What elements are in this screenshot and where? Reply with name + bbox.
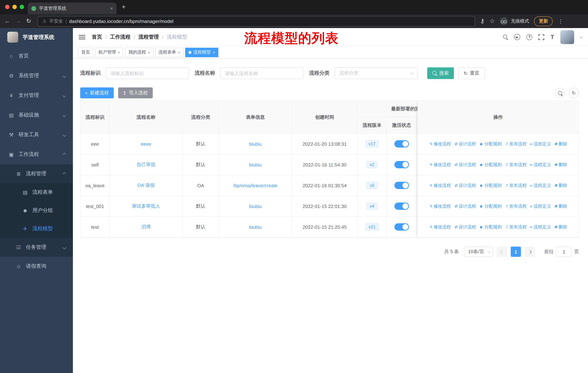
close-window-button[interactable] bbox=[5, 5, 10, 9]
goto-page-input[interactable] bbox=[557, 247, 571, 257]
breadcrumb-item[interactable]: 工作流程 bbox=[110, 34, 130, 40]
page-size-select[interactable]: 10条/页 bbox=[464, 247, 493, 257]
action-delete[interactable]: ✖删除 bbox=[554, 161, 567, 168]
breadcrumb-item[interactable]: 流程管理 bbox=[138, 34, 159, 40]
prev-page-button[interactable] bbox=[497, 247, 507, 257]
github-icon[interactable] bbox=[514, 34, 520, 40]
fontsize-icon[interactable]: T bbox=[550, 34, 554, 40]
action-delete[interactable]: ✖删除 bbox=[554, 224, 567, 230]
form-info-link[interactable]: biubiu bbox=[249, 203, 262, 209]
sidebar-item-process-management[interactable]: ≣ 流程管理 bbox=[0, 164, 73, 183]
toggle-search-button[interactable] bbox=[555, 88, 565, 98]
action-design[interactable]: ⚙设计流程 bbox=[454, 141, 476, 147]
sidebar-item-devtools[interactable]: ⚒ 研发工具 bbox=[0, 125, 73, 145]
process-name-link[interactable]: OA 请假 bbox=[137, 182, 155, 189]
url-bar[interactable]: ⚠ 不安全 dashboard.yudao.iocoder.cn/bpm/man… bbox=[38, 16, 475, 26]
action-modify[interactable]: ✎修改流程 bbox=[429, 161, 451, 168]
action-modify[interactable]: ✎修改流程 bbox=[429, 182, 451, 189]
action-publish[interactable]: ⇧发布流程 bbox=[505, 203, 526, 209]
process-name-link[interactable]: 滔博 bbox=[141, 224, 151, 230]
version-badge[interactable]: v17 bbox=[365, 140, 379, 148]
action-delete[interactable]: ✖删除 bbox=[554, 182, 567, 189]
action-definition[interactable]: ∞流程定义 bbox=[530, 161, 551, 168]
tag-my-process[interactable]: 我的流程 × bbox=[125, 48, 153, 57]
sidebar-item-process-form[interactable]: ▤ 流程表单 bbox=[0, 183, 73, 202]
tag-tenant-management[interactable]: 租户管理 × bbox=[95, 48, 123, 57]
action-publish[interactable]: ⇧发布流程 bbox=[505, 161, 526, 168]
close-icon[interactable]: × bbox=[118, 50, 120, 54]
next-page-button[interactable] bbox=[525, 247, 535, 257]
key-icon[interactable]: ⚷ bbox=[480, 18, 484, 24]
version-badge[interactable]: v21 bbox=[365, 223, 379, 231]
new-tab-button[interactable]: + bbox=[122, 4, 126, 10]
hamburger-icon[interactable] bbox=[79, 35, 85, 39]
tag-process-form[interactable]: 流程表单 × bbox=[155, 48, 184, 57]
action-assign-rule[interactable]: ☻分配规则 bbox=[479, 161, 502, 168]
active-toggle[interactable] bbox=[394, 161, 409, 168]
back-icon[interactable]: ← bbox=[4, 18, 10, 24]
breadcrumb-item[interactable]: 首页 bbox=[92, 34, 102, 40]
sidebar-item-leave-query[interactable]: ☺ 请假查询 bbox=[0, 257, 73, 276]
menu-dots-icon[interactable]: ⋮ bbox=[558, 18, 563, 24]
action-design[interactable]: ⚙设计流程 bbox=[454, 182, 476, 189]
update-button[interactable]: 更新 bbox=[534, 16, 553, 26]
active-toggle[interactable] bbox=[394, 202, 409, 210]
search-icon[interactable] bbox=[503, 35, 508, 39]
category-select[interactable]: 流程分类 bbox=[335, 67, 418, 79]
action-assign-rule[interactable]: ☻分配规则 bbox=[479, 182, 502, 189]
avatar[interactable] bbox=[560, 30, 574, 44]
sidebar-item-home[interactable]: ⌂ 首页 bbox=[0, 46, 73, 66]
process-key-input[interactable] bbox=[106, 67, 189, 79]
action-publish[interactable]: ⇧发布流程 bbox=[505, 224, 526, 230]
fullscreen-icon[interactable] bbox=[538, 34, 544, 40]
action-design[interactable]: ⚙设计流程 bbox=[454, 224, 476, 230]
zoom-window-button[interactable] bbox=[20, 5, 24, 9]
create-process-button[interactable]: + 新建流程 bbox=[80, 87, 114, 98]
action-design[interactable]: ⚙设计流程 bbox=[454, 203, 476, 209]
tag-home[interactable]: 首页 bbox=[78, 48, 93, 57]
browser-tab[interactable]: 芋道管理系统 × bbox=[28, 2, 117, 14]
sidebar-item-infrastructure[interactable]: ▤ 基础设施 bbox=[0, 105, 73, 125]
process-name-input[interactable] bbox=[220, 67, 303, 79]
action-modify[interactable]: ✎修改流程 bbox=[429, 224, 451, 230]
action-publish[interactable]: ⇧发布流程 bbox=[505, 141, 526, 147]
active-toggle[interactable] bbox=[394, 182, 409, 189]
action-definition[interactable]: ∞流程定义 bbox=[530, 141, 551, 147]
close-tab-icon[interactable]: × bbox=[110, 6, 113, 11]
search-button[interactable]: 搜索 bbox=[427, 67, 454, 79]
sidebar-item-process-model[interactable]: ✈ 流程模型 bbox=[0, 220, 73, 238]
sidebar-item-system[interactable]: ⚙ 系统管理 bbox=[0, 66, 73, 86]
form-info-link[interactable]: /bpm/oa/leave/create bbox=[233, 183, 278, 188]
version-badge[interactable]: v5 bbox=[366, 182, 378, 189]
active-toggle[interactable] bbox=[394, 140, 409, 148]
reset-button[interactable]: ↻ 重置 bbox=[458, 67, 485, 79]
form-info-link[interactable]: biubiu bbox=[249, 162, 262, 167]
action-publish[interactable]: ⇧发布流程 bbox=[505, 182, 526, 189]
refresh-table-button[interactable]: ↻ bbox=[569, 88, 579, 98]
reload-icon[interactable]: ↻ bbox=[26, 18, 31, 24]
process-name-link[interactable]: 测试多审批人 bbox=[132, 203, 160, 210]
close-icon[interactable]: × bbox=[148, 50, 150, 54]
forward-icon[interactable]: → bbox=[15, 18, 21, 24]
action-delete[interactable]: ✖删除 bbox=[554, 141, 567, 147]
action-assign-rule[interactable]: ☻分配规则 bbox=[479, 203, 502, 209]
action-definition[interactable]: ∞流程定义 bbox=[530, 182, 551, 189]
sidebar-item-workflow[interactable]: ▣ 工作流程 bbox=[0, 145, 73, 164]
action-modify[interactable]: ✎修改流程 bbox=[429, 141, 451, 147]
tag-process-model[interactable]: 流程模型 × bbox=[185, 48, 218, 57]
action-definition[interactable]: ∞流程定义 bbox=[530, 224, 551, 230]
action-delete[interactable]: ✖删除 bbox=[554, 203, 567, 209]
import-process-button[interactable]: ↥ 导入流程 bbox=[118, 87, 153, 98]
action-design[interactable]: ⚙设计流程 bbox=[454, 161, 476, 168]
form-info-link[interactable]: biubiu bbox=[249, 224, 262, 230]
help-icon[interactable]: ? bbox=[526, 34, 532, 40]
sidebar-item-payment[interactable]: ¥ 支付管理 bbox=[0, 86, 73, 105]
sidebar-item-task-management[interactable]: ☑ 任务管理 bbox=[0, 238, 73, 257]
close-icon[interactable]: × bbox=[178, 50, 180, 54]
minimize-window-button[interactable] bbox=[12, 5, 17, 9]
active-toggle[interactable] bbox=[394, 223, 409, 231]
current-page-button[interactable]: 1 bbox=[511, 247, 521, 257]
process-name-link[interactable]: eeee bbox=[141, 141, 151, 147]
close-icon[interactable]: × bbox=[213, 50, 215, 54]
version-badge[interactable]: v2 bbox=[366, 161, 378, 168]
